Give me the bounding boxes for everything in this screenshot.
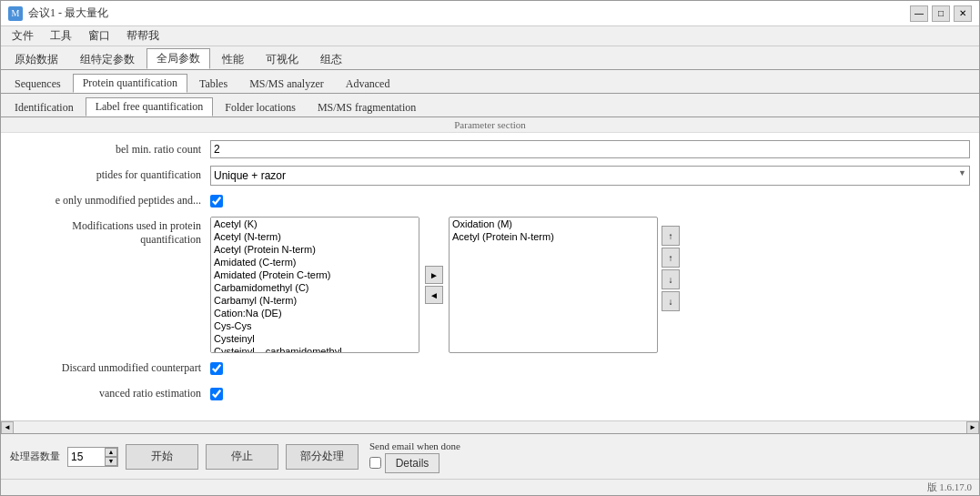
peptides-row: ptides for quantification Unique + razor… [10, 166, 970, 186]
process-count-input-wrap: ▲ ▼ [67, 447, 118, 467]
tab-advanced[interactable]: Advanced [336, 75, 400, 93]
tab-global-params[interactable]: 全局参数 [146, 48, 210, 69]
tab-raw-data[interactable]: 原始数据 [5, 49, 68, 69]
send-email-wrap: Send email when done Details [369, 440, 460, 473]
send-email-label: Send email when done [369, 440, 460, 451]
advanced-ratio-row: vanced ratio estimation [10, 384, 970, 404]
bottom-bar: 处理器数量 ▲ ▼ 开始 停止 部分处理 Send email when don… [1, 433, 979, 479]
spin-buttons: ▲ ▼ [105, 448, 117, 466]
menu-help[interactable]: 帮帮我 [119, 26, 167, 46]
version-text: 版 1.6.17.0 [927, 481, 973, 492]
modifications-label: Modifications used in proteinquantificat… [10, 217, 210, 247]
window-title: 会议1 - 最大量化 [28, 5, 108, 21]
version-bar: 版 1.6.17.0 [1, 479, 979, 495]
send-email-row: Details [369, 453, 439, 473]
scroll-left-button[interactable]: ◄ [1, 421, 14, 434]
right-list-wrap: Oxidation (M) Acetyl (Protein N-term) [449, 217, 658, 353]
menu-window[interactable]: 窗口 [81, 26, 117, 46]
move-down-button[interactable]: ↓ [662, 269, 680, 289]
process-label: 处理器数量 [10, 450, 60, 463]
content-area[interactable]: bel min. ratio count ptides for quantifi… [1, 133, 979, 420]
tab-identification[interactable]: Identification [5, 98, 84, 116]
spin-down-button[interactable]: ▼ [105, 457, 117, 466]
partial-button[interactable]: 部分处理 [286, 444, 359, 470]
menu-tools[interactable]: 工具 [43, 26, 79, 46]
order-arrows: ↑ ↑ ↓ ↓ [660, 217, 682, 313]
minimize-button[interactable]: — [910, 5, 928, 22]
menu-bar: 文件 工具 窗口 帮帮我 [1, 26, 979, 46]
transfer-arrows: ► ◄ [421, 266, 447, 304]
scroll-right-button[interactable]: ► [966, 421, 979, 434]
restore-button[interactable]: □ [932, 5, 950, 22]
move-up-button[interactable]: ↑ [662, 248, 680, 268]
unmodified-row: e only unmodified peptides and... [10, 191, 970, 211]
discard-row: Discard unmodified counterpart [10, 359, 970, 379]
peptides-select[interactable]: Unique + razor Unique All [210, 166, 970, 186]
move-right-button[interactable]: ► [425, 266, 443, 284]
tab-protein-quant[interactable]: Protein quantification [73, 74, 187, 93]
main-window: M 会议1 - 最大量化 — □ ✕ 文件 工具 窗口 帮帮我 原始数据 组特定… [0, 0, 980, 496]
min-ratio-control [210, 140, 970, 158]
menu-file[interactable]: 文件 [5, 26, 41, 46]
tab-config[interactable]: 组态 [310, 49, 352, 69]
tab-label-free[interactable]: Label free quantification [86, 97, 214, 116]
advanced-ratio-control [210, 384, 970, 404]
peptides-select-wrapper: Unique + razor Unique All [210, 166, 970, 186]
tab-msms-analyzer[interactable]: MS/MS analyzer [239, 75, 334, 93]
min-ratio-row: bel min. ratio count [10, 140, 970, 160]
tab-performance[interactable]: 性能 [212, 49, 254, 69]
discard-label: Discard unmodified counterpart [10, 359, 210, 375]
tab-sequences[interactable]: Sequences [5, 75, 71, 93]
second-tab-bar: Sequences Protein quantification Tables … [1, 70, 979, 94]
unmodified-checkbox[interactable] [210, 195, 223, 208]
right-modifications-list[interactable]: Oxidation (M) Acetyl (Protein N-term) [449, 217, 658, 353]
advanced-ratio-checkbox[interactable] [210, 388, 223, 400]
details-button[interactable]: Details [385, 453, 439, 473]
tab-tables[interactable]: Tables [189, 75, 237, 93]
top-tab-bar: 原始数据 组特定参数 全局参数 性能 可视化 组态 [1, 46, 979, 70]
unmodified-control [210, 191, 970, 211]
peptides-control: Unique + razor Unique All [210, 166, 970, 186]
send-email-checkbox[interactable] [369, 457, 381, 469]
discard-checkbox[interactable] [210, 362, 223, 375]
advanced-ratio-label: vanced ratio estimation [10, 384, 210, 400]
horizontal-scrollbar[interactable]: ◄ ► [1, 420, 979, 433]
scroll-track[interactable] [14, 421, 966, 434]
left-list-wrap: Acetyl (K) Acetyl (N-term) Acetyl (Prote… [210, 217, 419, 353]
tab-group-params[interactable]: 组特定参数 [70, 49, 145, 69]
tab-folder-locations[interactable]: Folder locations [215, 98, 306, 116]
title-bar: M 会议1 - 最大量化 — □ ✕ [1, 1, 979, 26]
process-count-input[interactable] [68, 448, 105, 466]
parameter-section-label: Parameter section [1, 117, 979, 133]
unmodified-label: e only unmodified peptides and... [10, 191, 210, 208]
app-icon: M [8, 6, 23, 21]
tab-msms-fragmentation[interactable]: MS/MS fragmentation [308, 98, 426, 116]
left-modifications-list[interactable]: Acetyl (K) Acetyl (N-term) Acetyl (Prote… [210, 217, 419, 353]
move-bottom-button[interactable]: ↓ [662, 291, 680, 311]
tab-visualization[interactable]: 可视化 [256, 49, 308, 69]
move-top-button[interactable]: ↑ [662, 226, 680, 246]
spin-up-button[interactable]: ▲ [105, 448, 117, 457]
title-bar-left: M 会议1 - 最大量化 [8, 5, 108, 21]
stop-button[interactable]: 停止 [206, 444, 278, 470]
peptides-label: ptides for quantification [10, 166, 210, 182]
modifications-section: Modifications used in proteinquantificat… [10, 217, 970, 353]
third-tab-bar: Identification Label free quantification… [1, 94, 979, 117]
start-button[interactable]: 开始 [126, 444, 198, 470]
modifications-lists: Acetyl (K) Acetyl (N-term) Acetyl (Prote… [210, 217, 970, 353]
min-ratio-input[interactable] [210, 140, 970, 158]
min-ratio-label: bel min. ratio count [10, 140, 210, 157]
window-controls: — □ ✕ [910, 5, 972, 22]
discard-control [210, 359, 970, 379]
close-button[interactable]: ✕ [954, 5, 972, 22]
move-left-button[interactable]: ◄ [425, 286, 443, 304]
